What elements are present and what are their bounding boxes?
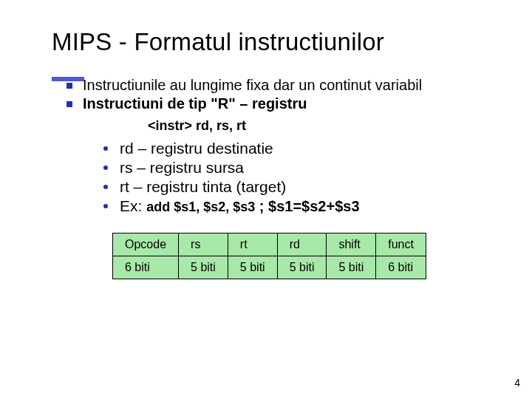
sub-bullet-list: rd – registru destinatie rs – registru s… xyxy=(52,140,505,215)
table-row: Opcode rs rt rd shift funct xyxy=(113,233,426,256)
table-cell: 6 biti xyxy=(376,256,426,279)
instruction-format-table: Opcode rs rt rd shift funct 6 biti 5 bit… xyxy=(112,233,426,279)
table-cell: rt xyxy=(228,233,277,256)
list-item: Ex: add $s1, $s2, $s3 ; $s1=$s2+$s3 xyxy=(103,197,505,215)
page-title: MIPS - Formatul instructiunilor xyxy=(52,28,505,56)
table-cell: funct xyxy=(376,233,426,256)
table-cell: Opcode xyxy=(113,233,179,256)
list-item-text: Instructiuni de tip "R" – registru xyxy=(83,95,307,112)
top-bullet-list: Instructiunile au lungime fixa dar un co… xyxy=(52,77,505,112)
page-number: 4 xyxy=(514,377,520,389)
example-code: add $s1, $s2, $s3 xyxy=(146,200,255,214)
list-item: rd – registru destinatie xyxy=(103,140,505,157)
table-cell: rs xyxy=(179,233,228,256)
table-cell: rd xyxy=(277,233,327,256)
list-item: Instructiunile au lungime fixa dar un co… xyxy=(66,77,505,94)
list-item: rs – registru sursa xyxy=(103,159,505,177)
list-item: Instructiuni de tip "R" – registru xyxy=(66,95,505,112)
syntax-line: <instr> rd, rs, rt xyxy=(148,118,505,134)
table-cell: shift xyxy=(327,233,376,256)
example-prefix: Ex: xyxy=(120,197,146,214)
table-cell: 5 biti xyxy=(179,256,228,279)
table-cell: 5 biti xyxy=(228,256,277,279)
table-cell: 5 biti xyxy=(327,256,376,279)
example-result: ; $s1=$s2+$s3 xyxy=(255,198,359,214)
table-row: 6 biti 5 biti 5 biti 5 biti 5 biti 6 bit… xyxy=(113,256,426,279)
table-cell: 6 biti xyxy=(113,256,179,279)
list-item: rt – registru tinta (target) xyxy=(103,178,505,196)
table-cell: 5 biti xyxy=(277,256,327,279)
